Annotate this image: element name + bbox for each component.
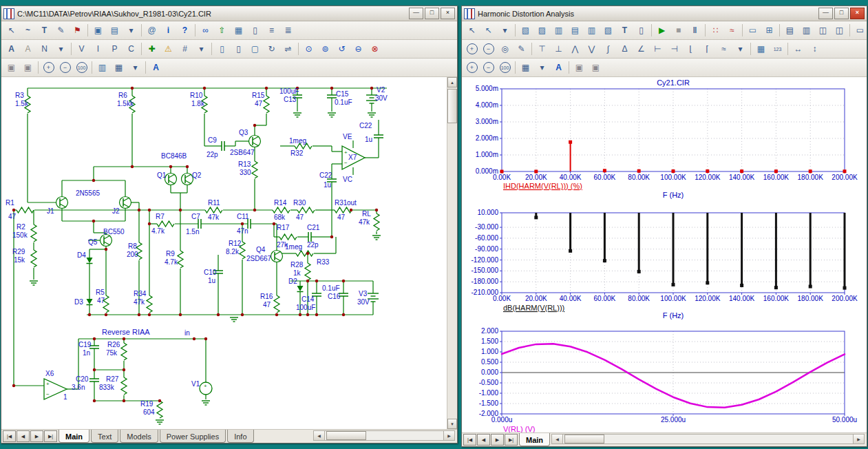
close-button[interactable]: × — [850, 8, 865, 19]
tab-scroll-first[interactable]: |◀ — [463, 434, 476, 446]
cursor-dropdown[interactable]: ▾ — [497, 23, 513, 39]
pause-button[interactable]: ‖ — [687, 23, 703, 39]
rotate-tool[interactable]: ↻ — [264, 41, 279, 57]
horizontal-tag-mode[interactable]: ▤ — [567, 23, 583, 39]
tab-power-supplies[interactable]: Power Supplies — [160, 430, 226, 443]
info-tool[interactable]: i — [160, 23, 176, 39]
picture-file[interactable]: ▣ — [90, 23, 106, 39]
calculator-tool[interactable]: ▦ — [753, 41, 769, 57]
text-tool[interactable]: T — [36, 23, 52, 39]
global-high-mode[interactable]: Δ — [617, 41, 633, 57]
minimize-button[interactable]: — — [818, 8, 833, 19]
grid-page[interactable]: ▦ — [231, 23, 246, 39]
zoom-100[interactable]: 100 — [497, 60, 513, 76]
wave-dropdown[interactable]: ▾ — [732, 41, 748, 57]
tab-scroll-next[interactable]: ▶ — [491, 434, 504, 446]
zoom-out[interactable]: − — [57, 60, 73, 76]
vertical-limits[interactable]: ↕ — [807, 41, 823, 57]
schematic-canvas[interactable]: +−+−+R31.5kR61.5kkR101.8kR1547100uFC13C1… — [1, 77, 447, 431]
top-mode[interactable]: ⌈ — [699, 41, 715, 57]
copy-picture[interactable]: ▯ — [214, 41, 230, 57]
close-button[interactable]: × — [441, 8, 455, 19]
info-circle[interactable]: ⊖ — [350, 41, 366, 57]
point-tag-mode[interactable]: ▥ — [551, 23, 567, 39]
panel-right[interactable]: ◫ — [832, 23, 847, 39]
condition-display-toggle[interactable]: C — [123, 41, 139, 57]
performance-tag-mode[interactable]: ▧ — [600, 23, 616, 39]
scroll-down-button[interactable]: ▼ — [447, 419, 457, 429]
scroll-left-button[interactable]: ◀ — [314, 431, 325, 440]
grid-select-dropdown[interactable]: ▾ — [127, 60, 143, 76]
high-mode[interactable]: ⋀ — [567, 41, 583, 57]
zoom-in-mode[interactable]: + — [464, 41, 480, 57]
mode-dropdown[interactable]: ▾ — [123, 23, 139, 39]
tab-main[interactable]: Main — [59, 430, 89, 443]
schematic-vertical-scrollbar[interactable]: ▲ ▼ — [447, 77, 457, 429]
tab-scroll-last[interactable]: ▶| — [505, 434, 518, 446]
find-tool[interactable]: ⊙ — [301, 41, 317, 57]
valley-mode[interactable]: ⊥ — [551, 41, 567, 57]
grid-dropdown[interactable]: ▾ — [193, 41, 209, 57]
page-list[interactable]: ≡ — [264, 23, 279, 39]
grid-toggle[interactable]: # — [177, 41, 193, 57]
horizontal-scroll-thumb[interactable] — [564, 435, 604, 443]
export-tool[interactable]: ⇧ — [214, 23, 230, 39]
properties-tool[interactable]: ▯ — [633, 23, 649, 39]
panel-vertical[interactable]: ▥ — [798, 23, 814, 39]
select-tool[interactable]: ↖ — [3, 23, 19, 39]
node-numbers-toggle[interactable]: N — [36, 41, 52, 57]
vertical-tag-mode[interactable]: ▥ — [584, 23, 600, 39]
text-tool[interactable]: T — [617, 23, 633, 39]
zoom-in[interactable]: + — [464, 60, 480, 76]
data-points-toggle[interactable]: ∷ — [708, 23, 723, 39]
scroll-right-button[interactable]: ▶ — [853, 435, 864, 443]
paste-page-icon[interactable]: ▣ — [20, 60, 36, 76]
copy-page-icon[interactable]: ▣ — [3, 60, 19, 76]
mirror-tool[interactable]: ⇌ — [280, 41, 296, 57]
scroll-up-button[interactable]: ▲ — [447, 77, 457, 87]
peak-mode[interactable]: ⊤ — [534, 41, 550, 57]
vertical-scroll-thumb[interactable] — [447, 89, 457, 123]
numeric-values[interactable]: 123 — [770, 41, 785, 57]
horizontal-scrollbar[interactable]: ◀▶ — [313, 430, 455, 441]
horizontal-scroll-track[interactable] — [325, 431, 443, 440]
zoom-auto[interactable]: ◎ — [497, 41, 513, 57]
edit-checklist[interactable]: ≣ — [280, 23, 296, 39]
inflection-mode[interactable]: ∫ — [600, 41, 616, 57]
attribute-text-toggle[interactable]: A — [3, 41, 19, 57]
tokens-toggle[interactable]: ≈ — [724, 23, 740, 39]
refresh-tool[interactable]: ↺ — [334, 41, 350, 57]
minimize-button[interactable]: — — [409, 8, 423, 19]
stop-circle[interactable]: ⊗ — [367, 41, 383, 57]
horizontal-scroll-track[interactable] — [563, 435, 853, 443]
flag-mode[interactable]: ⚑ — [70, 23, 85, 39]
horizontal-scrollbar[interactable]: ◀▶ — [551, 434, 865, 444]
grid-select[interactable]: ▦ — [111, 60, 127, 76]
vertical-scroll-track[interactable] — [447, 87, 457, 419]
scroll-right-button[interactable]: ▶ — [443, 431, 454, 440]
branch-mode[interactable]: ≈ — [716, 41, 732, 57]
grid-text-toggle[interactable]: A — [20, 41, 36, 57]
zoom-out-mode[interactable]: − — [480, 41, 496, 57]
tab-scroll-prev[interactable]: ◀ — [17, 430, 30, 442]
panel-horizontal[interactable]: ▤ — [782, 23, 798, 39]
tab-scroll-prev[interactable]: ◀ — [477, 434, 490, 446]
power-display-toggle[interactable]: P — [107, 41, 123, 57]
maximize-button[interactable]: □ — [834, 8, 849, 19]
plus-mark-toggle[interactable]: ⊞ — [761, 23, 777, 39]
schematic-titlebar[interactable]: C:\MC11\DATA\Petrov\RIAA\Sukhov_R1981-03… — [1, 6, 457, 21]
snapshot-tool[interactable]: ▥ — [94, 60, 110, 76]
attach-tool[interactable]: @ — [144, 23, 160, 39]
node-voltages-toggle[interactable]: V — [74, 41, 89, 57]
series-label[interactable]: IHD(HARM(V(RL))) (%) — [503, 182, 582, 190]
new-page[interactable]: ▯ — [247, 23, 263, 39]
wire-mode[interactable]: ~ — [20, 23, 36, 39]
tab-text[interactable]: Text — [91, 430, 118, 443]
warning-toggle[interactable]: ⚠ — [160, 41, 176, 57]
panel-left[interactable]: ◫ — [815, 23, 831, 39]
select-tool[interactable]: ↖ — [464, 23, 480, 39]
scale-mode[interactable]: ▧ — [518, 23, 533, 39]
analysis-titlebar[interactable]: Harmonic Distortion Analysis —□× — [462, 6, 867, 21]
tab-models[interactable]: Models — [120, 430, 158, 443]
paste-graph-icon[interactable]: ▣ — [588, 60, 604, 76]
